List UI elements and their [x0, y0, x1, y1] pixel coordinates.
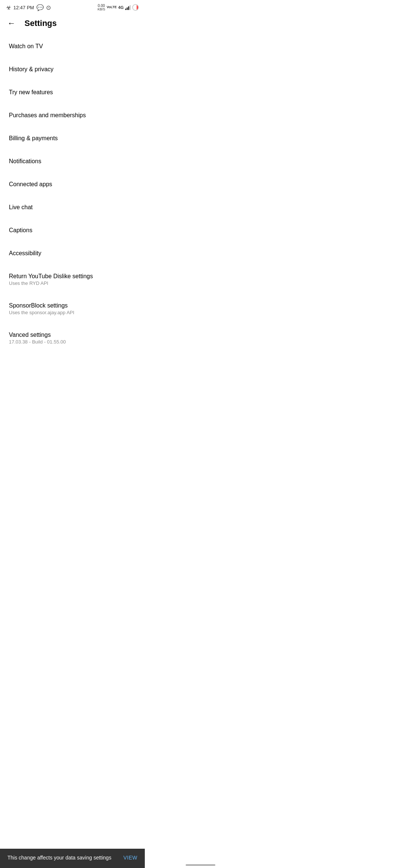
settings-item-title-return-youtube-dislike: Return YouTube Dislike settings [9, 273, 136, 280]
settings-item-title-history-privacy: History & privacy [9, 66, 136, 73]
settings-item-purchases-memberships[interactable]: Purchases and memberships [0, 104, 145, 127]
settings-item-title-sponsorblock: SponsorBlock settings [9, 302, 136, 309]
settings-item-sponsorblock[interactable]: SponsorBlock settingsUses the sponsor.aj… [0, 294, 145, 323]
settings-item-subtitle-sponsorblock: Uses the sponsor.ajay.app API [9, 310, 136, 315]
settings-item-try-new-features[interactable]: Try new features [0, 81, 145, 104]
whatsapp-icon: 💬 [36, 4, 44, 11]
status-bar: ☣ 12:47 PM 💬 ⊙ 0.00 KB/S VoLTE 4G [0, 0, 145, 13]
page-title: Settings [25, 19, 57, 28]
settings-item-title-try-new-features: Try new features [9, 89, 136, 96]
network-type: 4G [118, 5, 124, 10]
battery-icon [132, 4, 139, 11]
status-left: ☣ 12:47 PM 💬 ⊙ [6, 4, 51, 11]
settings-item-history-privacy[interactable]: History & privacy [0, 58, 145, 81]
settings-item-title-billing-payments: Billing & payments [9, 135, 136, 142]
biohazard-icon: ☣ [6, 4, 11, 11]
settings-item-watch-on-tv[interactable]: Watch on TV [0, 35, 145, 58]
settings-item-billing-payments[interactable]: Billing & payments [0, 127, 145, 150]
settings-item-vanced-settings[interactable]: Vanced settings17.03.38 - Build - 01.55.… [0, 323, 145, 353]
signal-bars [125, 5, 131, 10]
settings-item-return-youtube-dislike[interactable]: Return YouTube Dislike settingsUses the … [0, 265, 145, 294]
settings-item-title-captions: Captions [9, 227, 136, 234]
status-time: 12:47 PM [13, 5, 34, 10]
settings-item-live-chat[interactable]: Live chat [0, 196, 145, 219]
header: ← Settings [0, 13, 145, 35]
back-arrow-icon: ← [7, 19, 16, 28]
settings-item-title-vanced-settings: Vanced settings [9, 332, 136, 338]
settings-item-subtitle-return-youtube-dislike: Uses the RYD API [9, 280, 136, 286]
settings-item-title-accessibility: Accessibility [9, 250, 136, 257]
settings-item-connected-apps[interactable]: Connected apps [0, 173, 145, 196]
settings-item-notifications[interactable]: Notifications [0, 150, 145, 173]
back-button[interactable]: ← [6, 18, 17, 29]
settings-item-captions[interactable]: Captions [0, 219, 145, 242]
settings-list: Watch on TVHistory & privacyTry new feat… [0, 35, 145, 353]
settings-item-subtitle-vanced-settings: 17.03.38 - Build - 01.55.00 [9, 339, 136, 345]
settings-item-title-connected-apps: Connected apps [9, 181, 136, 188]
settings-item-title-watch-on-tv: Watch on TV [9, 43, 136, 50]
settings-item-title-purchases-memberships: Purchases and memberships [9, 112, 136, 119]
data-speed: 0.00 KB/S [98, 4, 105, 11]
settings-item-title-notifications: Notifications [9, 158, 136, 165]
settings-item-title-live-chat: Live chat [9, 204, 136, 211]
status-right: 0.00 KB/S VoLTE 4G [98, 4, 139, 11]
settings-item-accessibility[interactable]: Accessibility [0, 242, 145, 265]
volte-badge: VoLTE [107, 6, 117, 9]
camera-icon: ⊙ [46, 4, 51, 11]
